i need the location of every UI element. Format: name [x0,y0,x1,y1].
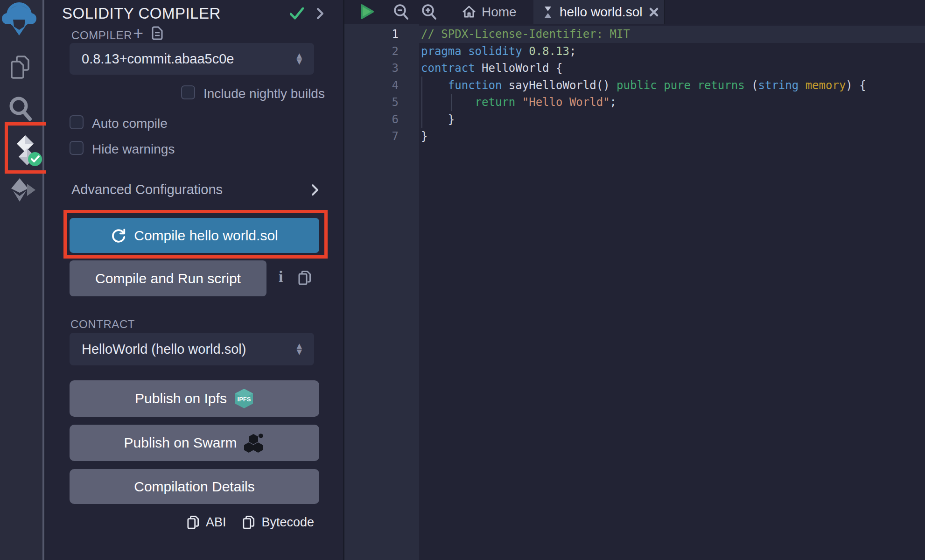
compile-and-run-button[interactable]: Compile and Run script [70,260,266,296]
line-number: 2 [344,43,399,60]
compiler-section-label: COMPILER [71,29,132,42]
line-numbers: 1234567 [344,26,399,145]
line-number: 6 [344,111,399,128]
contract-value: HelloWorld (hello world.sol) [82,342,246,357]
compilation-details-button[interactable]: Compilation Details [70,469,319,504]
code-line[interactable]: pragma solidity 0.8.13; [421,43,925,60]
indent-guide [451,94,452,111]
panel-collapse-chevron-icon[interactable] [316,7,324,20]
deploy-run-icon[interactable] [9,177,37,203]
refresh-icon [111,228,126,244]
tab-home[interactable]: Home [455,0,523,24]
compile-and-run-label: Compile and Run script [95,271,241,287]
ipfs-icon: IPFS [234,388,254,409]
copy-abi-icon[interactable] [187,516,199,530]
file-explorer-icon[interactable] [10,55,35,80]
editor-area: Home hello world.sol 1234567 // SPDX-Lic… [343,0,925,560]
hide-warnings-label: Hide warnings [92,142,175,157]
bytecode-button[interactable]: Bytecode [261,515,314,530]
copy-bytecode-icon[interactable] [243,516,255,530]
compiler-doc-icon[interactable] [152,26,163,40]
code-line[interactable]: function sayHelloWorld() public pure ret… [421,77,925,94]
publish-ipfs-button[interactable]: Publish on Ipfs IPFS [70,380,319,417]
icon-bar [0,0,44,560]
copy-run-script-icon[interactable] [298,271,311,286]
home-icon [462,5,476,19]
line-number: 5 [344,94,399,111]
code-line[interactable]: } [421,111,925,128]
tab-file-label: hello world.sol [560,5,642,20]
line-number: 4 [344,77,399,94]
info-icon[interactable]: i [279,268,283,286]
compile-button[interactable]: Compile hello world.sol [70,218,319,253]
code-line[interactable]: return "Hello World"; [421,94,925,111]
swarm-icon [244,433,265,453]
code-lines[interactable]: // SPDX-License-Identifier: MITpragma so… [421,26,925,145]
indent-guide [421,77,422,128]
search-icon[interactable] [7,95,34,122]
svg-text:IPFS: IPFS [237,396,251,403]
compilation-details-label: Compilation Details [134,479,254,495]
remix-logo[interactable] [2,1,36,36]
run-script-play-icon[interactable] [360,3,375,20]
publish-ipfs-label: Publish on Ipfs [135,391,227,406]
tab-home-label: Home [482,5,517,20]
editor-tab-bar: Home hello world.sol [344,0,925,24]
contract-section-label: CONTRACT [70,318,135,331]
line-number: 1 [344,26,399,43]
code-line[interactable]: contract HelloWorld { [421,60,925,77]
add-compiler-icon[interactable]: + [133,23,143,43]
line-number: 7 [344,128,399,145]
select-caret-icon: ▲▼ [296,343,302,355]
include-nightly-checkbox[interactable] [181,85,195,99]
compiler-version-value: 0.8.13+commit.abaa5c0e [82,51,234,67]
hide-warnings-checkbox[interactable] [70,141,84,155]
contract-select[interactable]: HelloWorld (hello world.sol) ▲▼ [70,333,314,365]
close-tab-icon[interactable] [649,7,659,17]
solidity-compiler-panel: SOLIDITY COMPILER COMPILER + 0.8.13+comm… [46,0,343,560]
zoom-in-icon[interactable] [421,4,437,21]
zoom-out-icon[interactable] [393,4,409,21]
compile-success-check-icon [290,7,304,20]
code-line[interactable]: } [421,128,925,145]
compile-button-label: Compile hello world.sol [134,228,278,244]
abi-button[interactable]: ABI [206,515,226,530]
solidity-compiler-icon[interactable] [13,134,42,167]
advanced-chevron-icon[interactable] [311,184,319,196]
compiler-version-select[interactable]: 0.8.13+commit.abaa5c0e ▲▼ [70,43,314,75]
select-caret-icon: ▲▼ [296,53,302,65]
page-title: SOLIDITY COMPILER [62,5,221,22]
advanced-configurations-toggle[interactable]: Advanced Configurations [71,182,223,197]
line-number: 3 [344,60,399,77]
solidity-file-icon [543,6,553,19]
tab-hello-world-sol[interactable]: hello world.sol [533,0,665,24]
publish-swarm-button[interactable]: Publish on Swarm [70,425,319,461]
auto-compile-checkbox[interactable] [70,115,84,129]
auto-compile-label: Auto compile [92,116,168,131]
publish-swarm-label: Publish on Swarm [124,435,237,451]
include-nightly-label: Include nightly builds [203,86,325,101]
code-line[interactable]: // SPDX-License-Identifier: MIT [421,26,925,43]
